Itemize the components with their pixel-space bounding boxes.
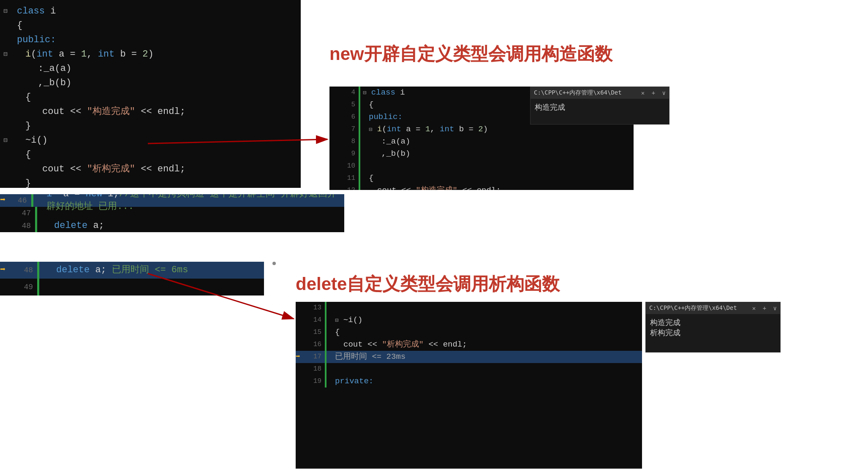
line-number: 5	[340, 99, 359, 111]
code-line: }	[0, 176, 301, 188]
code-line-48: 48 delete a;	[0, 220, 344, 232]
code-row: 15 {	[296, 326, 642, 339]
code-line-49-bot: 49	[0, 279, 264, 295]
line-number: 4	[340, 87, 359, 99]
code-line: public:	[0, 33, 301, 47]
line-number: 48	[12, 262, 37, 279]
midleft-code-block: ➡ 46 i* a = new i;//这个不是拷贝构造 这个是开辟空间 开辟好…	[0, 194, 344, 232]
terminal-titlebar-bot: C:\CPP\C++内存管理\x64\Det ✕ + ∨	[646, 302, 780, 314]
botleft-code-block: ➡ 48 delete a; 已用时间 <= 6ms 49	[0, 262, 264, 295]
terminal-chevron-button[interactable]: ∨	[662, 89, 666, 96]
code-line: {	[0, 148, 301, 162]
line-number: 46	[12, 194, 31, 207]
terminal-titlebar: C:\CPP\C++内存管理\x64\Det ✕ + ∨	[531, 87, 669, 99]
terminal-add-button-bot[interactable]: +	[763, 305, 766, 312]
line-number: 48	[12, 220, 35, 232]
fold-icon[interactable]: ⊟	[3, 133, 12, 148]
debug-arrow-br: ➡	[296, 351, 306, 363]
fold-icon[interactable]: ⊟	[3, 47, 12, 62]
code-line-48-bot: ➡ 48 delete a; 已用时间 <= 6ms	[0, 262, 264, 279]
line-number: 15	[306, 326, 325, 339]
line-number: 18	[306, 363, 325, 375]
code-row: 13	[296, 302, 642, 314]
code-line: ⊟ i(int a = 1, int b = 2)	[0, 47, 301, 62]
code-row: 10	[329, 160, 634, 172]
code-row: 11 {	[329, 172, 634, 184]
code-content: delete a; 已用时间 <= 6ms	[56, 262, 188, 279]
terminal-close-button-bot[interactable]: ✕	[752, 305, 756, 312]
code-line: ⊟ class i	[0, 4, 301, 19]
code-line: }	[0, 119, 301, 133]
panel-botright-code: 13 14 ⊟ ~i() 15 { 16 cout << "析构完成" << e…	[296, 302, 642, 469]
code-line: cout << "析构完成" << endl;	[0, 162, 301, 176]
line-number: 12	[340, 184, 359, 190]
code-row: 7 ⊟ i(int a = 1, int b = 2)	[329, 123, 634, 136]
terminal-title: C:\CPP\C++内存管理\x64\Det	[534, 89, 622, 97]
terminal-add-button[interactable]: +	[652, 89, 655, 96]
line-number: 17	[306, 351, 325, 363]
code-row: 19 private:	[296, 375, 642, 388]
terminal-body: 构造完成	[531, 99, 669, 124]
line-number: 11	[340, 172, 359, 184]
code-row: 8 :_a(a)	[329, 136, 634, 148]
code-content: delete a;	[54, 220, 104, 232]
code-row-17: ➡ 17 已用时间 <= 23ms	[296, 351, 642, 363]
terminal-botright: C:\CPP\C++内存管理\x64\Det ✕ + ∨ 构造完成 析构完成	[645, 302, 781, 352]
terminal-title-bot: C:\CPP\C++内存管理\x64\Det	[649, 304, 737, 312]
line-number: 47	[12, 207, 35, 220]
code-row: 14 ⊟ ~i()	[296, 314, 642, 326]
code-content: i* a = new i;//这个不是拷贝构造 这个是开辟空间 开辟好返回开辟好…	[46, 194, 344, 213]
code-line: {	[0, 90, 301, 105]
code-row: 9 ,_b(b)	[329, 148, 634, 160]
code-row: 12 cout << "构造完成" << endl;	[329, 184, 634, 190]
heading-delete-destructor: delete自定义类型会调用析构函数	[296, 272, 560, 296]
debug-arrow: ➡	[0, 194, 12, 207]
code-line: ,_b(b)	[0, 76, 301, 90]
dot-indicator	[272, 262, 276, 265]
line-number: 19	[306, 375, 325, 388]
line-number: 49	[12, 279, 37, 295]
terminal-body-bot: 构造完成 析构完成	[646, 314, 780, 352]
code-line: ⊟ ~i()	[0, 133, 301, 148]
line-number: 6	[340, 111, 359, 123]
terminal-output-line-2: 析构完成	[650, 328, 776, 338]
code-line: {	[0, 19, 301, 33]
code-line: :_a(a)	[0, 62, 301, 76]
line-number: 8	[340, 136, 359, 148]
code-row: 18	[296, 363, 642, 375]
heading-new-constructor: new开辟自定义类型会调用构造函数	[329, 42, 612, 66]
code-line-46: ➡ 46 i* a = new i;//这个不是拷贝构造 这个是开辟空间 开辟好…	[0, 194, 344, 207]
terminal-output-line: 构造完成	[535, 102, 665, 112]
terminal-close-button[interactable]: ✕	[641, 89, 645, 96]
code-line: cout << "构造完成" << endl;	[0, 105, 301, 119]
line-number: 13	[306, 302, 325, 314]
line-number: 9	[340, 148, 359, 160]
line-number: 14	[306, 314, 325, 326]
terminal-chevron-button-bot[interactable]: ∨	[773, 305, 777, 312]
line-number: 7	[340, 123, 359, 136]
terminal-topright: C:\CPP\C++内存管理\x64\Det ✕ + ∨ 构造完成	[530, 87, 669, 125]
line-number: 10	[340, 160, 359, 172]
topleft-code-block: ⊟ class i { public: ⊟ i(int a = 1, int b…	[0, 0, 301, 188]
terminal-output-line-1: 构造完成	[650, 317, 776, 328]
code-row: 16 cout << "析构完成" << endl;	[296, 339, 642, 351]
debug-arrow-bot: ➡	[0, 262, 12, 279]
fold-icon[interactable]: ⊟	[3, 4, 12, 19]
line-number: 16	[306, 339, 325, 351]
